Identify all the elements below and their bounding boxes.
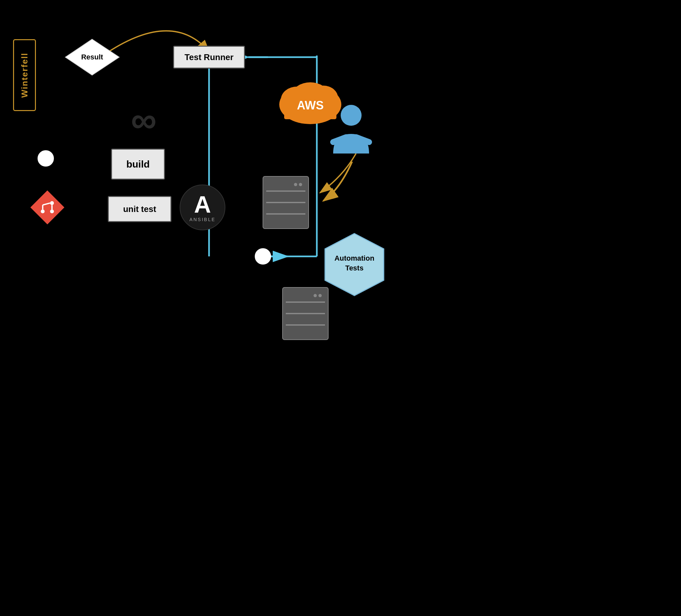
svg-text:Tests: Tests	[345, 264, 363, 272]
svg-text:∞: ∞	[131, 101, 156, 140]
winterfell-box: Winterfell	[13, 39, 36, 111]
svg-point-12	[41, 209, 45, 213]
svg-marker-11	[30, 190, 64, 224]
end-circle-node	[255, 248, 271, 264]
infinity-symbol: ∞	[111, 101, 176, 142]
ansible-letter: A	[194, 193, 211, 216]
result-diamond: Result	[64, 37, 121, 78]
build-box: build	[111, 149, 165, 180]
svg-point-32	[294, 183, 297, 186]
unit-test-label: unit test	[123, 204, 156, 214]
unit-test-box: unit test	[108, 196, 172, 222]
svg-point-14	[50, 201, 54, 205]
aws-label: AWS	[297, 99, 324, 112]
build-label: build	[126, 159, 150, 170]
winterfell-label: Winterfell	[20, 53, 30, 98]
test-runner-box: Test Runner	[173, 46, 245, 69]
server-icon-main	[260, 173, 312, 233]
test-runner-label: Test Runner	[184, 52, 233, 62]
svg-text:Automation: Automation	[334, 254, 374, 262]
user-icon	[330, 103, 372, 156]
svg-point-38	[313, 294, 317, 297]
ansible-logo: A ANSIBLE	[180, 184, 225, 230]
svg-point-37	[319, 294, 322, 297]
svg-point-13	[50, 209, 54, 213]
svg-point-23	[340, 105, 361, 126]
svg-point-31	[299, 183, 302, 186]
git-icon	[29, 189, 65, 225]
start-circle-node	[37, 150, 54, 166]
result-label: Result	[81, 53, 103, 61]
automation-tests-hexagon: Automation Tests	[323, 232, 385, 302]
ansible-label: ANSIBLE	[190, 217, 216, 222]
